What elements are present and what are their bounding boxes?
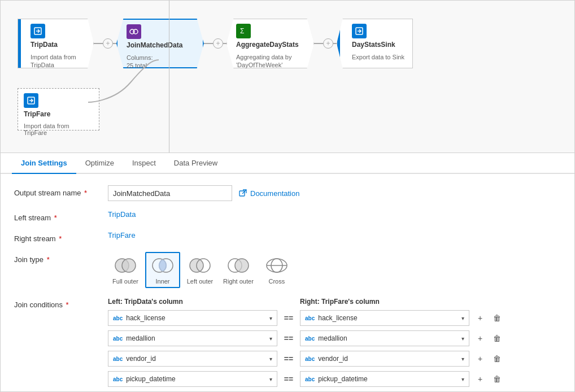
right-stream-value[interactable]: TripFare xyxy=(108,231,136,239)
left-stream-row: Left stream * TripData xyxy=(14,210,561,222)
svg-point-3 xyxy=(133,29,138,34)
svg-point-18 xyxy=(235,259,249,272)
tab-inspect[interactable]: Inspect xyxy=(123,153,165,174)
right-stream-label: Right stream * xyxy=(14,231,99,243)
chevron-down-icon-r2: ▾ xyxy=(461,356,464,362)
svg-point-12 xyxy=(122,259,136,272)
left-stream-value-row: TripData xyxy=(108,210,561,219)
left-stream-label: Left stream * xyxy=(14,210,99,222)
venn-right-outer xyxy=(224,255,252,276)
tab-data-preview[interactable]: Data Preview xyxy=(165,153,226,174)
settings-panel: Output stream name * Documentation Left … xyxy=(1,174,574,391)
add-node-1[interactable]: + xyxy=(103,38,113,49)
left-dropdown-3[interactable]: abc pickup_datetime ▾ xyxy=(108,371,277,387)
conditions-headers: Left: TripData's column Right: TripFare'… xyxy=(108,297,561,306)
chevron-down-icon-l1: ▾ xyxy=(269,336,272,342)
pipeline-node-sink[interactable]: DayStatsSink Export data to Sink xyxy=(337,19,413,68)
vertical-divider xyxy=(169,1,169,153)
join-btn-cross[interactable]: Cross xyxy=(259,252,294,288)
left-stream-value[interactable]: TripData xyxy=(108,210,136,219)
output-stream-value-row: Documentation xyxy=(108,185,561,201)
tab-join-settings[interactable]: Join Settings xyxy=(12,153,76,174)
right-dropdown-3[interactable]: abc pickup_datetime ▾ xyxy=(300,371,469,387)
tripfare-title: TripFare xyxy=(24,110,93,118)
spacer-header xyxy=(277,297,295,306)
equals-0: == xyxy=(282,313,295,323)
equals-3: == xyxy=(282,374,295,384)
join-btn-left-outer[interactable]: Left outer xyxy=(182,252,217,288)
add-condition-3[interactable]: + xyxy=(474,373,486,385)
output-stream-label: Output stream name * xyxy=(14,185,99,197)
left-dropdown-0[interactable]: abc hack_license ▾ xyxy=(108,310,277,326)
tripdata-title: TripData xyxy=(31,41,88,49)
join-conditions-row: Join conditions * Left: TripData's colum… xyxy=(14,297,561,391)
right-dropdown-2[interactable]: abc vendor_id ▾ xyxy=(300,351,469,367)
right-stream-row: Right stream * TripFare xyxy=(14,231,561,243)
add-condition-1[interactable]: + xyxy=(474,332,486,345)
add-node-2[interactable]: + xyxy=(213,38,223,49)
venn-left-outer xyxy=(186,255,214,276)
connector-1: + xyxy=(92,38,119,49)
tripfare-row: TripFare Import data from TripFare xyxy=(18,88,99,130)
join-label-full-outer: Full outer xyxy=(112,278,138,285)
connector-2: + xyxy=(202,38,229,49)
pipeline-node-joinmatched[interactable]: JoinMatchedData Columns: 25 total xyxy=(116,19,204,68)
equals-1: == xyxy=(282,334,295,343)
join-btn-right-outer[interactable]: Right outer xyxy=(220,252,257,288)
documentation-link[interactable]: Documentation xyxy=(239,189,299,198)
delete-condition-0[interactable]: 🗑 xyxy=(491,312,503,324)
join-conditions-label: Join conditions * xyxy=(14,297,99,309)
join-btn-inner[interactable]: Inner xyxy=(145,252,180,288)
aggregate-icon: Σ xyxy=(236,24,251,38)
joinmatched-title: JoinMatchedData xyxy=(127,41,194,49)
required-star-1: * xyxy=(82,189,88,197)
join-icon xyxy=(127,24,141,39)
add-node-3[interactable]: + xyxy=(323,38,333,49)
join-btn-full-outer[interactable]: Full outer xyxy=(108,252,143,288)
output-stream-row: Output stream name * Documentation xyxy=(14,185,561,201)
join-label-inner: Inner xyxy=(155,278,169,285)
pipeline-canvas: TripData Import data from TripData + xyxy=(1,1,574,153)
required-star-5: * xyxy=(64,300,69,309)
import-icon-tripdata xyxy=(31,24,45,38)
delete-condition-2[interactable]: 🗑 xyxy=(491,352,503,365)
left-dropdown-1[interactable]: abc medallion ▾ xyxy=(108,330,277,346)
delete-condition-1[interactable]: 🗑 xyxy=(491,332,503,345)
join-type-buttons: Full outer Inner xyxy=(108,252,561,288)
add-condition-2[interactable]: + xyxy=(474,352,486,365)
add-condition-0[interactable]: + xyxy=(474,312,486,324)
join-label-left-outer: Left outer xyxy=(187,278,213,285)
left-dropdown-2[interactable]: abc vendor_id ▾ xyxy=(108,351,277,367)
sink-icon xyxy=(352,24,367,38)
chevron-down-icon-l3: ▾ xyxy=(269,376,272,382)
tab-optimize[interactable]: Optimize xyxy=(76,153,123,174)
pipeline-node-tripdata[interactable]: TripData Import data from TripData xyxy=(18,19,94,68)
output-stream-input[interactable] xyxy=(108,185,232,201)
join-label-right-outer: Right outer xyxy=(223,278,254,285)
tripdata-desc: Import data from TripData xyxy=(31,53,88,69)
pipeline-node-tripfare[interactable]: TripFare Import data from TripFare xyxy=(18,88,99,130)
required-star-3: * xyxy=(57,234,62,243)
svg-text:Σ: Σ xyxy=(240,27,244,35)
svg-rect-9 xyxy=(239,191,245,196)
venn-full-outer xyxy=(111,255,140,276)
aggregate-title: AggregateDayStats xyxy=(236,41,304,49)
left-col-header: Left: TripData's column xyxy=(108,297,277,306)
chevron-down-icon-r3: ▾ xyxy=(461,376,464,382)
right-dropdown-0[interactable]: abc hack_license ▾ xyxy=(300,310,469,326)
required-star-4: * xyxy=(45,255,50,264)
join-type-row: Join type * Full outer xyxy=(14,252,561,288)
node-left-bar-sink xyxy=(337,19,340,68)
external-link-icon xyxy=(239,189,247,197)
condition-row-2: abc vendor_id ▾ == abc vendor_id ▾ + 🗑 xyxy=(108,351,561,367)
join-type-label: Join type * xyxy=(14,252,99,264)
delete-condition-3[interactable]: 🗑 xyxy=(491,373,503,385)
condition-row-0: abc hack_license ▾ == abc hack_license ▾… xyxy=(108,310,561,326)
right-col-header: Right: TripFare's column xyxy=(300,297,469,306)
right-dropdown-1[interactable]: abc medallion ▾ xyxy=(300,330,469,346)
chevron-down-icon: ▾ xyxy=(269,315,272,321)
venn-cross xyxy=(263,255,291,276)
pipeline-node-aggregate[interactable]: Σ AggregateDayStats Aggregating data by … xyxy=(226,19,314,68)
required-star-2: * xyxy=(52,214,57,222)
chevron-down-icon-r1: ▾ xyxy=(461,336,464,342)
